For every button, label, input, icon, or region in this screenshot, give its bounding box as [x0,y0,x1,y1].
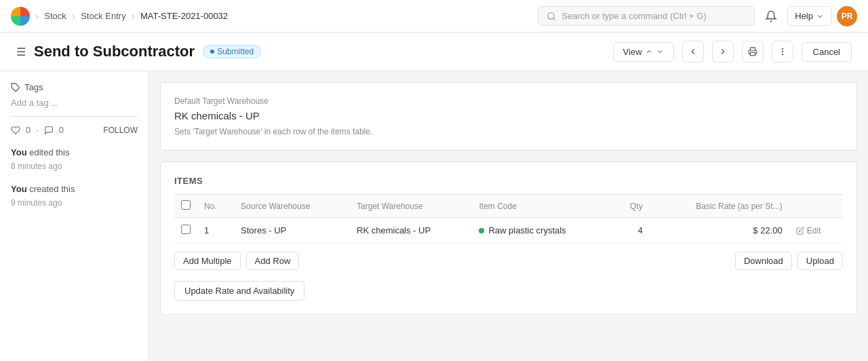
status-badge: Submitted [203,45,261,58]
activity-section: You edited this 8 minutes ago You create… [11,146,138,210]
svg-point-0 [548,12,554,18]
tags-section: Tags [11,82,138,92]
table-row: 1 Stores - UP RK chemicals - UP Raw plas… [174,218,843,244]
upload-button[interactable]: Upload [797,252,843,270]
row-checkbox-cell [174,218,197,244]
breadcrumb-sep-3: › [132,10,135,22]
search-bar[interactable]: Search or type a command (Ctrl + G) [538,6,755,26]
follow-button[interactable]: FOLLOW [103,126,138,135]
notification-bell-button[interactable] [760,5,782,27]
svg-line-1 [553,18,555,20]
svg-point-4 [782,51,783,52]
update-rate-availability-button[interactable]: Update Rate and Availability [174,281,304,301]
activity-item: You edited this 8 minutes ago [11,146,138,173]
tag-icon [11,83,20,92]
col-basic-rate: Basic Rate (as per St...) [650,195,789,218]
sidebar: Tags Add a tag ... 0 · 0 FOLLOW You edit… [0,71,149,361]
breadcrumb-stock[interactable]: Stock [44,11,66,21]
page-header: ☰ Send to Subcontractor Submitted View C… [0,33,868,71]
heart-icon[interactable] [11,126,20,135]
help-button[interactable]: Help [787,6,831,26]
row-edit-button[interactable]: Edit [796,226,836,235]
col-item-code: Item Code [472,195,612,218]
svg-point-5 [782,54,783,55]
row-edit-cell: Edit [789,218,843,244]
next-record-button[interactable] [712,41,734,62]
breadcrumb-stock-entry[interactable]: Stock Entry [81,11,125,21]
main-content: Default Target Warehouse RK chemicals - … [149,71,868,361]
row-item-code: Raw plastic crystals [472,218,612,244]
select-all-checkbox[interactable] [181,200,191,210]
svg-rect-2 [750,52,755,56]
row-no: 1 [197,218,234,244]
app-logo [11,7,30,26]
items-card: Items No. Source Warehouse Target Wareho… [160,162,857,315]
items-section-label: Items [174,176,843,186]
comment-icon[interactable] [44,126,54,135]
add-row-button[interactable]: Add Row [246,252,300,270]
main-layout: Tags Add a tag ... 0 · 0 FOLLOW You edit… [0,71,868,361]
item-status-dot [479,228,484,233]
items-table: No. Source Warehouse Target Warehouse It… [174,194,843,244]
col-target-warehouse: Target Warehouse [350,195,472,218]
edit-icon [796,227,804,235]
row-source-warehouse: Stores - UP [234,218,350,244]
more-options-button[interactable] [772,41,793,62]
activity-item: You created this 9 minutes ago [11,183,138,210]
add-multiple-button[interactable]: Add Multiple [174,252,241,270]
warehouse-card: Default Target Warehouse RK chemicals - … [160,82,857,151]
prev-record-button[interactable] [682,41,704,62]
sidebar-toggle-button[interactable]: ☰ [16,45,26,58]
status-dot-indicator [210,50,214,54]
col-source-warehouse: Source Warehouse [234,195,350,218]
breadcrumb-current: MAT-STE-2021-00032 [140,11,228,21]
user-avatar[interactable]: PR [837,6,857,26]
add-tag-button[interactable]: Add a tag ... [11,98,138,108]
sidebar-divider-1 [11,116,138,117]
breadcrumb-sep-2: › [72,10,75,22]
search-icon [547,12,556,21]
row-checkbox[interactable] [181,225,191,234]
col-qty: Qty [613,195,650,218]
table-actions-row: Add Multiple Add Row Download Upload [174,252,843,270]
row-qty: 4 [613,218,650,244]
col-actions [789,195,843,218]
search-placeholder-text: Search or type a command (Ctrl + G) [561,11,707,21]
like-comment-row: 0 · 0 FOLLOW [11,125,138,135]
row-target-warehouse: RK chemicals - UP [350,218,472,244]
warehouse-field-note: Sets 'Target Warehouse' in each row of t… [174,127,843,136]
warehouse-field-value: RK chemicals - UP [174,110,843,121]
print-button[interactable] [742,41,764,62]
view-button[interactable]: View [613,42,674,62]
svg-point-3 [782,48,783,49]
col-no: No. [197,195,234,218]
col-checkbox [174,195,197,218]
page-title: Send to Subcontractor [34,43,195,60]
download-button[interactable]: Download [735,252,792,270]
row-basic-rate: $ 22.00 [650,218,789,244]
warehouse-field-label: Default Target Warehouse [174,96,843,106]
top-navigation: › Stock › Stock Entry › MAT-STE-2021-000… [0,0,868,33]
cancel-button[interactable]: Cancel [802,42,852,62]
breadcrumb-sep-1: › [35,10,39,22]
